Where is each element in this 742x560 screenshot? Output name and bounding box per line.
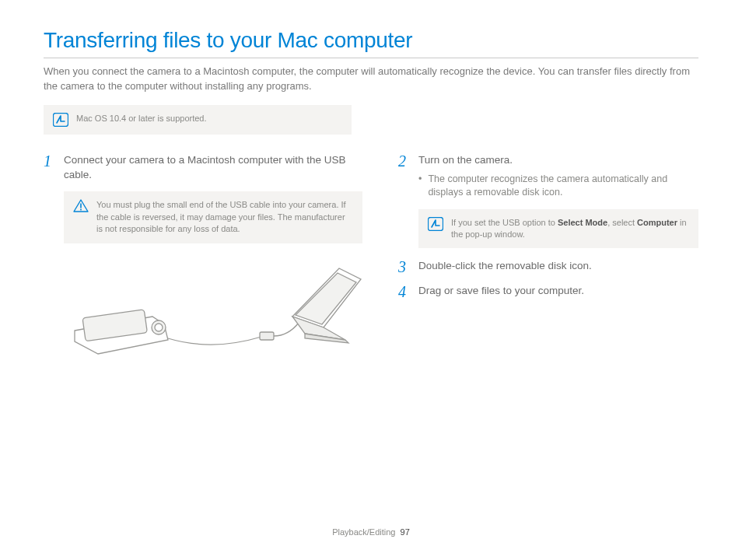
svg-point-2 <box>80 209 82 211</box>
page-footer: Playback/Editing 97 <box>0 527 742 537</box>
step-text: Drag or save files to your computer. <box>418 284 698 299</box>
top-note-box: Mac OS 10.4 or later is supported. <box>44 105 352 135</box>
step-number: 1 <box>44 153 56 183</box>
camera-laptop-illustration <box>59 262 362 363</box>
step-3: 3 Double-click the removable disk icon. <box>398 259 698 275</box>
note-icon <box>53 113 68 127</box>
step-number: 4 <box>398 284 411 299</box>
left-column: 1 Connect your camera to a Macintosh com… <box>44 153 362 363</box>
content-columns: 1 Connect your camera to a Macintosh com… <box>44 153 698 363</box>
title-divider <box>44 58 698 58</box>
caution-box: You must plug the small end of the USB c… <box>64 191 362 243</box>
step-text: Connect your camera to a Macintosh compu… <box>64 153 362 183</box>
note-icon <box>428 217 443 241</box>
sub-text: The computer recognizes the camera autom… <box>428 173 698 200</box>
step-text: Double-click the removable disk icon. <box>418 259 698 275</box>
step-number: 2 <box>398 153 411 200</box>
top-note-text: Mac OS 10.4 or later is supported. <box>76 113 207 124</box>
right-column: 2 Turn on the camera. • The computer rec… <box>398 153 698 363</box>
step-number: 3 <box>398 259 411 275</box>
footer-section: Playback/Editing <box>332 527 395 537</box>
page-title: Transferring files to your Mac computer <box>44 28 698 53</box>
caution-icon <box>73 199 89 235</box>
footer-page-number: 97 <box>401 527 410 537</box>
caution-text: You must plug the small end of the USB c… <box>96 199 353 235</box>
step-1: 1 Connect your camera to a Macintosh com… <box>44 153 362 183</box>
svg-point-5 <box>155 324 163 331</box>
step-4: 4 Drag or save files to your computer. <box>398 284 698 299</box>
intro-paragraph: When you connect the camera to a Macinto… <box>44 65 698 94</box>
usb-note-box: If you set the USB option to Select Mode… <box>418 209 698 249</box>
step-2: 2 Turn on the camera. • The computer rec… <box>398 153 698 200</box>
usb-note-text: If you set the USB option to Select Mode… <box>451 217 689 241</box>
bullet-dot: • <box>418 173 422 200</box>
step-text: Turn on the camera. <box>418 154 513 166</box>
svg-rect-6 <box>260 332 274 340</box>
step-2-sub: • The computer recognizes the camera aut… <box>418 173 698 200</box>
